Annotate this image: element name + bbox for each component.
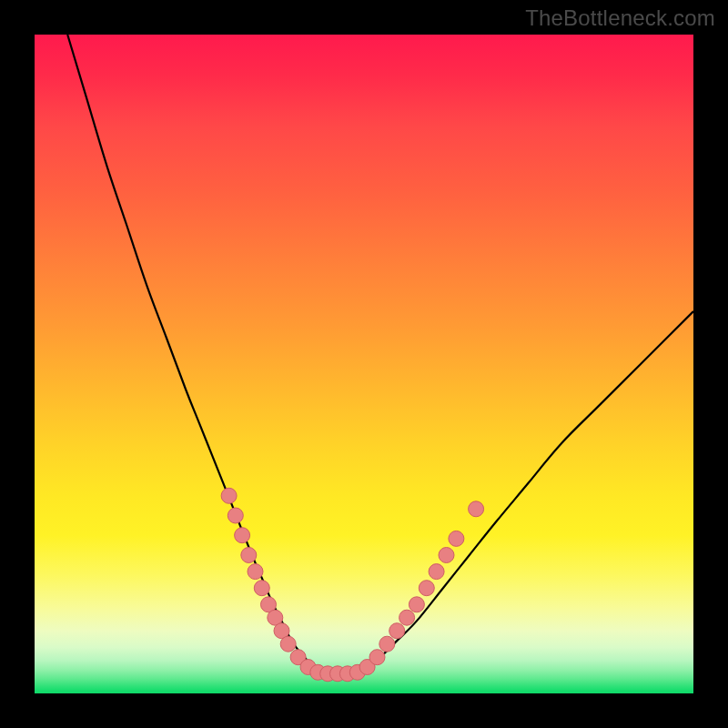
data-marker xyxy=(280,636,296,652)
chart-frame: TheBottleneck.com xyxy=(0,0,728,728)
data-marker xyxy=(241,548,257,563)
chart-svg xyxy=(35,35,693,693)
data-marker xyxy=(419,581,434,596)
data-marker xyxy=(379,636,395,652)
data-marker xyxy=(399,610,415,625)
plot-area xyxy=(35,35,693,693)
data-marker xyxy=(369,650,385,665)
data-marker xyxy=(409,597,424,612)
data-markers xyxy=(221,488,483,682)
data-marker xyxy=(429,564,444,580)
data-marker xyxy=(221,488,237,503)
data-marker xyxy=(248,564,263,580)
data-marker xyxy=(235,528,250,543)
watermark-text: TheBottleneck.com xyxy=(525,5,715,31)
data-marker xyxy=(389,623,405,639)
bottleneck-curve xyxy=(67,35,693,674)
data-marker xyxy=(449,531,464,546)
data-marker xyxy=(228,508,243,523)
data-marker xyxy=(254,581,269,596)
data-marker xyxy=(439,548,454,563)
data-marker xyxy=(469,501,484,517)
